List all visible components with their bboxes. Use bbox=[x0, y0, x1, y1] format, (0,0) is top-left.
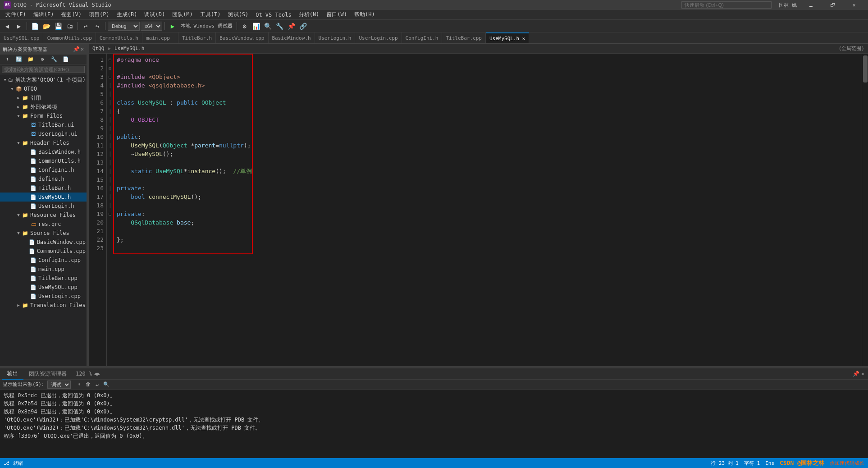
toolbar-open[interactable]: 📂 bbox=[41, 21, 52, 31]
se-toolbar-btn1[interactable]: ⬆ bbox=[2, 55, 13, 64]
tree-resource-files[interactable]: ▼ 📁 Resource Files bbox=[0, 211, 87, 220]
panel-close-icon[interactable]: ✕ bbox=[81, 46, 84, 52]
tree-source-files[interactable]: ▼ 📁 Source Files bbox=[0, 229, 87, 238]
tab-basicwindow-cpp[interactable]: BasicWindow.cpp bbox=[216, 32, 268, 44]
maximize-button[interactable]: 🗗 bbox=[822, 0, 843, 10]
tree-main-cpp[interactable]: 📄 main.cpp bbox=[0, 265, 87, 274]
menu-build[interactable]: 生成(B) bbox=[113, 10, 141, 19]
tab-main-cpp[interactable]: main.cpp bbox=[142, 32, 178, 44]
tab-titlebar-h[interactable]: TitleBar.h bbox=[178, 32, 216, 44]
tree-titlebar-h[interactable]: 📄 TitleBar.h bbox=[0, 184, 87, 193]
run-button[interactable]: ▶ bbox=[167, 21, 178, 31]
solution-expand-icon[interactable]: ▼ bbox=[2, 77, 8, 83]
toolbar-more4[interactable]: 🔗 bbox=[298, 21, 309, 31]
tree-project[interactable]: ▼ 📦 QTQQ bbox=[0, 84, 87, 93]
tree-solution-root[interactable]: ▼ 🗂 解决方案'QtQQ'(1 个项目) bbox=[0, 75, 87, 84]
tree-basicwindow-cpp[interactable]: 📄 BasicWindow.cpp bbox=[0, 238, 87, 247]
menu-edit[interactable]: 编辑(E) bbox=[30, 10, 58, 19]
toolbar-more1[interactable]: 🔍 bbox=[263, 21, 274, 31]
tab-basicwindow-h[interactable]: BasicWindow.h bbox=[269, 32, 315, 44]
toolbar-perf[interactable]: 📊 bbox=[251, 21, 262, 31]
tree-form-files[interactable]: ▼ 📁 Form Files bbox=[0, 111, 87, 120]
translation-files-expand-icon[interactable]: ▶ bbox=[15, 302, 22, 308]
output-content[interactable]: 线程 0x5fdc 已退出，返回值为 0 (0x0)。 线程 0x7b54 已退… bbox=[0, 390, 868, 458]
tab-userlogin-cpp[interactable]: UserLogin.cpp bbox=[355, 32, 402, 44]
header-files-expand-icon[interactable]: ▼ bbox=[15, 140, 22, 146]
tab-configini-h[interactable]: ConfigIni.h bbox=[402, 32, 443, 44]
toolbar-redo[interactable]: ↪ bbox=[92, 21, 103, 31]
toolbar-forward[interactable]: ▶ bbox=[14, 21, 24, 31]
menu-help[interactable]: 帮助(H) bbox=[351, 10, 379, 19]
scroll-thumb[interactable] bbox=[863, 55, 868, 83]
tree-userlogin-ui[interactable]: 🖼 UserLogin.ui bbox=[0, 129, 87, 138]
code-content[interactable]: #pragma once #include <QObject> #include… bbox=[113, 54, 862, 366]
tree-commonutils-h[interactable]: 📄 CommonUtils.h bbox=[0, 156, 87, 165]
tab-commonutils-h[interactable]: CommonUtils.h bbox=[96, 32, 142, 44]
menu-tools[interactable]: 工具(T) bbox=[196, 10, 224, 19]
tree-basicwindow-h[interactable]: 📄 BasicWindow.h bbox=[0, 147, 87, 156]
platform-dropdown[interactable]: x64 x86 bbox=[141, 22, 162, 31]
tree-commonutils-cpp[interactable]: 📄 CommonUtils.cpp bbox=[0, 247, 87, 256]
quick-search-input[interactable] bbox=[681, 1, 772, 9]
bottom-pin-icon[interactable]: 📌 bbox=[853, 371, 859, 377]
output-source-dropdown[interactable]: 调试 生成 bbox=[47, 381, 71, 389]
tree-usemysql-h[interactable]: 📄 UseMySQL.h bbox=[0, 193, 87, 202]
references-expand-icon[interactable]: ▶ bbox=[15, 95, 22, 101]
menu-team[interactable]: 团队(M) bbox=[169, 10, 196, 19]
se-toolbar-btn5[interactable]: 🔧 bbox=[49, 55, 59, 64]
minimize-button[interactable]: 🗕 bbox=[800, 0, 821, 10]
form-files-expand-icon[interactable]: ▼ bbox=[15, 113, 22, 119]
se-toolbar-btn3[interactable]: 📁 bbox=[25, 55, 36, 64]
close-button[interactable]: ✕ bbox=[844, 0, 864, 10]
se-toolbar-btn4[interactable]: ⚙ bbox=[37, 55, 48, 64]
panel-pin-icon[interactable]: 📌 bbox=[73, 46, 80, 52]
menu-analyze[interactable]: 分析(N) bbox=[295, 10, 323, 19]
output-word-wrap[interactable]: ↵ bbox=[93, 381, 101, 389]
external-deps-expand-icon[interactable]: ▶ bbox=[15, 104, 22, 110]
tree-usemysql-cpp[interactable]: 📄 UseMySQL.cpp bbox=[0, 283, 87, 292]
menu-debug[interactable]: 调试(D) bbox=[141, 10, 169, 19]
output-find[interactable]: 🔍 bbox=[102, 381, 110, 389]
editor-inner-tab[interactable]: QtQQ bbox=[92, 46, 105, 51]
toolbar-back[interactable]: ◀ bbox=[2, 21, 13, 31]
toolbar-more3[interactable]: 📌 bbox=[286, 21, 297, 31]
toolbar-save[interactable]: 💾 bbox=[53, 21, 64, 31]
menu-file[interactable]: 文件(F) bbox=[2, 10, 30, 19]
menu-qtvs[interactable]: Qt VS Tools bbox=[252, 11, 295, 19]
source-files-expand-icon[interactable]: ▼ bbox=[15, 230, 22, 236]
tab-titlebar-cpp[interactable]: TitleBar.cpp bbox=[442, 32, 485, 44]
zoom-scroll-left[interactable]: ◀ bbox=[94, 371, 97, 377]
tree-external-deps[interactable]: ▶ 📁 外部依赖项 bbox=[0, 102, 87, 111]
tree-define-h[interactable]: 📄 define.h bbox=[0, 174, 87, 184]
output-clear[interactable]: 🗑 bbox=[84, 381, 92, 389]
tree-titlebar-cpp[interactable]: 📄 TitleBar.cpp bbox=[0, 274, 87, 283]
tree-userlogin-cpp[interactable]: 📄 UserLogin.cpp bbox=[0, 292, 87, 301]
tab-userlogin-h[interactable]: UserLogin.h bbox=[315, 32, 356, 44]
tree-configini-h[interactable]: 📄 ConfigIni.h bbox=[0, 165, 87, 174]
tree-header-files[interactable]: ▼ 📁 Header Files bbox=[0, 138, 87, 147]
toolbar-save-all[interactable]: 🗂 bbox=[64, 21, 75, 31]
menu-window[interactable]: 窗口(W) bbox=[323, 10, 351, 19]
tab-usemysql-cpp[interactable]: UseMySQL.cpp bbox=[0, 32, 43, 44]
tree-translation-files[interactable]: ▶ 📁 Translation Files bbox=[0, 301, 87, 310]
tree-res-qrc[interactable]: 🗃 res.qrc bbox=[0, 220, 87, 229]
bottom-tab-team-explorer[interactable]: 团队资源管理器 bbox=[23, 368, 72, 380]
tree-configini-cpp[interactable]: 📄 ConfigIni.cpp bbox=[0, 256, 87, 265]
menu-test[interactable]: 测试(S) bbox=[224, 10, 252, 19]
bottom-close-icon[interactable]: ✕ bbox=[861, 371, 864, 377]
menu-project[interactable]: 项目(P) bbox=[85, 10, 113, 19]
project-expand-icon[interactable]: ▼ bbox=[9, 86, 15, 92]
menu-view[interactable]: 视图(V) bbox=[57, 10, 85, 19]
resource-files-expand-icon[interactable]: ▼ bbox=[15, 212, 22, 218]
tab-commonutils-cpp[interactable]: CommonUtils.cpp bbox=[43, 32, 96, 44]
tab-usemysql-h-active[interactable]: UseMySQL.h ✕ bbox=[486, 32, 529, 44]
tree-references[interactable]: ▶ 📁 引用 bbox=[0, 93, 87, 102]
bottom-tab-output[interactable]: 输出 bbox=[2, 368, 23, 380]
toolbar-more2[interactable]: 🔧 bbox=[274, 21, 285, 31]
toolbar-undo[interactable]: ↩ bbox=[80, 21, 91, 31]
tree-userlogin-h[interactable]: 📄 UserLogin.h bbox=[0, 202, 87, 211]
tree-titlebar-ui[interactable]: 🖼 TitleBar.ui bbox=[0, 120, 87, 129]
toolbar-new[interactable]: 📄 bbox=[29, 21, 40, 31]
se-toolbar-btn2[interactable]: 🔄 bbox=[14, 55, 24, 64]
solution-search-input[interactable] bbox=[2, 66, 85, 73]
